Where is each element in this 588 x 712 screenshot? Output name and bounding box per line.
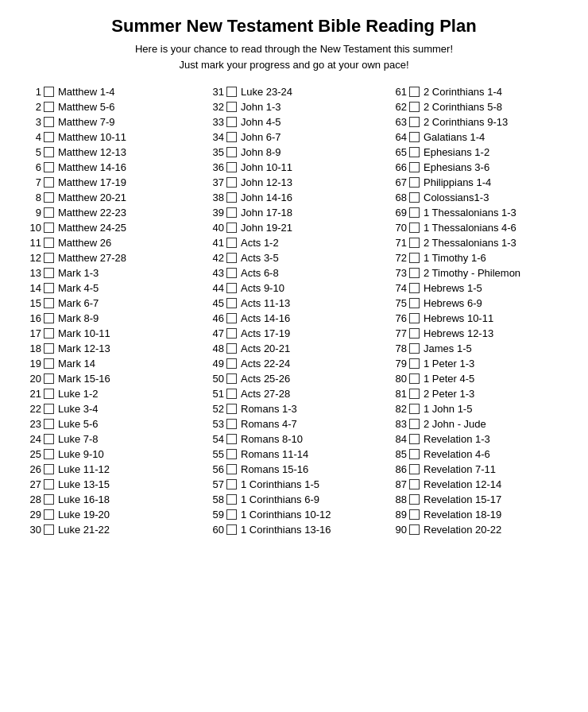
item-number: 39	[207, 207, 224, 219]
item-number: 41	[207, 237, 224, 249]
reading-checkbox[interactable]	[409, 207, 420, 218]
reading-checkbox[interactable]	[409, 494, 420, 505]
reading-checkbox[interactable]	[409, 524, 420, 535]
reading-checkbox[interactable]	[226, 87, 237, 97]
item-number: 23	[24, 418, 41, 430]
item-number: 14	[24, 282, 41, 294]
reading-checkbox[interactable]	[44, 177, 54, 188]
reading-checkbox[interactable]	[226, 192, 237, 203]
reading-checkbox[interactable]	[226, 268, 237, 278]
reading-checkbox[interactable]	[44, 343, 54, 354]
reading-checkbox[interactable]	[44, 222, 54, 233]
reading-checkbox[interactable]	[226, 389, 237, 399]
list-item: 27Luke 13-15	[24, 478, 199, 491]
reading-checkbox[interactable]	[226, 404, 237, 414]
reading-checkbox[interactable]	[409, 177, 420, 188]
item-text: James 1-5	[424, 342, 472, 354]
reading-checkbox[interactable]	[44, 147, 54, 157]
item-number: 13	[24, 267, 41, 279]
reading-checkbox[interactable]	[44, 313, 54, 323]
reading-checkbox[interactable]	[409, 238, 420, 248]
reading-checkbox[interactable]	[226, 434, 237, 444]
reading-checkbox[interactable]	[44, 449, 54, 459]
reading-checkbox[interactable]	[44, 509, 54, 520]
item-number: 47	[207, 327, 224, 339]
item-number: 87	[389, 478, 407, 490]
reading-checkbox[interactable]	[226, 373, 237, 384]
reading-checkbox[interactable]	[409, 449, 420, 459]
reading-checkbox[interactable]	[226, 494, 237, 505]
reading-checkbox[interactable]	[409, 509, 420, 520]
reading-checkbox[interactable]	[409, 479, 420, 489]
reading-checkbox[interactable]	[226, 358, 237, 369]
reading-checkbox[interactable]	[226, 479, 237, 489]
reading-checkbox[interactable]	[226, 162, 237, 172]
reading-checkbox[interactable]	[409, 389, 420, 399]
reading-checkbox[interactable]	[226, 524, 237, 535]
reading-checkbox[interactable]	[44, 479, 54, 489]
reading-checkbox[interactable]	[226, 253, 237, 263]
reading-checkbox[interactable]	[226, 102, 237, 112]
reading-checkbox[interactable]	[409, 162, 420, 172]
reading-checkbox[interactable]	[44, 524, 54, 535]
reading-checkbox[interactable]	[409, 222, 420, 233]
reading-checkbox[interactable]	[226, 328, 237, 339]
reading-checkbox[interactable]	[409, 358, 420, 369]
reading-checkbox[interactable]	[409, 419, 420, 429]
reading-checkbox[interactable]	[44, 434, 54, 444]
reading-checkbox[interactable]	[44, 464, 54, 474]
reading-checkbox[interactable]	[44, 132, 54, 142]
reading-checkbox[interactable]	[44, 373, 54, 384]
reading-checkbox[interactable]	[409, 343, 420, 354]
list-item: 2Matthew 5-6	[24, 100, 199, 114]
reading-checkbox[interactable]	[226, 419, 237, 429]
reading-checkbox[interactable]	[409, 192, 420, 203]
reading-checkbox[interactable]	[409, 404, 420, 414]
reading-checkbox[interactable]	[409, 464, 420, 474]
reading-checkbox[interactable]	[44, 207, 54, 218]
reading-checkbox[interactable]	[409, 298, 420, 308]
reading-checkbox[interactable]	[409, 283, 420, 293]
reading-checkbox[interactable]	[226, 313, 237, 323]
reading-checkbox[interactable]	[44, 494, 54, 505]
reading-checkbox[interactable]	[409, 117, 420, 127]
reading-checkbox[interactable]	[44, 404, 54, 414]
reading-checkbox[interactable]	[226, 464, 237, 474]
reading-checkbox[interactable]	[226, 207, 237, 218]
reading-checkbox[interactable]	[226, 132, 237, 142]
reading-checkbox[interactable]	[226, 117, 237, 127]
reading-checkbox[interactable]	[226, 283, 237, 293]
reading-checkbox[interactable]	[409, 132, 420, 142]
reading-checkbox[interactable]	[44, 283, 54, 293]
reading-checkbox[interactable]	[409, 147, 420, 157]
reading-checkbox[interactable]	[409, 328, 420, 339]
reading-checkbox[interactable]	[409, 87, 420, 97]
reading-checkbox[interactable]	[44, 389, 54, 399]
reading-checkbox[interactable]	[44, 268, 54, 278]
reading-checkbox[interactable]	[44, 162, 54, 172]
reading-checkbox[interactable]	[44, 238, 54, 248]
reading-checkbox[interactable]	[44, 419, 54, 429]
reading-checkbox[interactable]	[44, 298, 54, 308]
reading-checkbox[interactable]	[226, 449, 237, 459]
reading-checkbox[interactable]	[226, 509, 237, 520]
reading-checkbox[interactable]	[409, 268, 420, 278]
reading-checkbox[interactable]	[44, 328, 54, 339]
reading-checkbox[interactable]	[226, 147, 237, 157]
reading-checkbox[interactable]	[226, 343, 237, 354]
reading-checkbox[interactable]	[226, 177, 237, 188]
reading-checkbox[interactable]	[409, 313, 420, 323]
reading-checkbox[interactable]	[44, 117, 54, 127]
reading-checkbox[interactable]	[226, 298, 237, 308]
reading-checkbox[interactable]	[44, 87, 54, 97]
reading-checkbox[interactable]	[409, 253, 420, 263]
reading-checkbox[interactable]	[409, 434, 420, 444]
reading-checkbox[interactable]	[44, 102, 54, 112]
reading-checkbox[interactable]	[44, 192, 54, 203]
reading-checkbox[interactable]	[226, 238, 237, 248]
reading-checkbox[interactable]	[409, 102, 420, 112]
reading-checkbox[interactable]	[409, 373, 420, 384]
reading-checkbox[interactable]	[226, 222, 237, 233]
reading-checkbox[interactable]	[44, 358, 54, 369]
reading-checkbox[interactable]	[44, 253, 54, 263]
